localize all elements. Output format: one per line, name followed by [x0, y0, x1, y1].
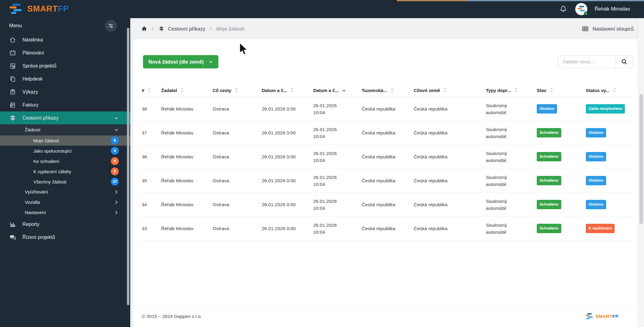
sidebar-item-vozidla[interactable]: Vozidla — [0, 197, 130, 207]
column-header-typy-dopr[interactable]: Typy dopr... — [482, 84, 533, 97]
cell-transport: Soukromý automobil — [482, 145, 533, 169]
count-badge: 37 — [111, 178, 119, 186]
table-row[interactable]: 37Řehák MiroslavOstrava26.01.2026 0:0026… — [138, 121, 633, 145]
sidebar-item-faktury[interactable]: Faktury — [0, 98, 130, 111]
search-input[interactable] — [558, 55, 616, 68]
column-header-label: Cíl cesty — [213, 88, 231, 93]
column-header-stav[interactable]: Stav — [533, 84, 582, 97]
user-name[interactable]: Řehák Miroslav — [595, 6, 630, 12]
column-header-label: Cílové země — [414, 88, 440, 93]
sidebar-item-nastenka[interactable]: Nástěnka — [0, 33, 130, 46]
sidebar-item-reporty[interactable]: Reporty — [0, 218, 130, 231]
column-header-datum-a-c[interactable]: Datum a č... — [258, 84, 310, 97]
app-logo[interactable]: SMARTFP — [9, 3, 69, 15]
column-settings-button[interactable]: Nastavení sloupců — [582, 18, 634, 39]
breadcrumb-section[interactable]: Cestovní příkazy — [158, 26, 205, 32]
page-scrollbar[interactable] — [638, 18, 644, 327]
loading-bar-segment — [466, 0, 644, 1]
collapse-arrows-icon — [108, 23, 114, 29]
requests-table: #ŽadatelCíl cestyDatum a č...Datum a č..… — [138, 84, 633, 241]
column-header-datum-a-c[interactable]: Datum a č... — [310, 84, 358, 97]
sidebar-item-vsechny-zadosti[interactable]: Všechny žádosti37 — [0, 177, 130, 187]
column-header-label: Datum a č... — [262, 88, 287, 93]
table-row[interactable]: 36Řehák MiroslavOstrava26.01.2026 0:0026… — [138, 145, 633, 169]
sidebar-item-label: Výkazy — [22, 89, 38, 95]
status-badge: K zaúčtování — [586, 224, 615, 233]
notifications-bell-icon[interactable] — [559, 5, 568, 14]
sidebar-item-label: Cestovní příkazy — [22, 115, 58, 121]
table-row[interactable]: 33Řehák MiroslavOstrava26.01.2026 0:0026… — [138, 216, 633, 240]
breadcrumb-separator: / — [152, 26, 154, 32]
column-header-label: Žadatel — [161, 88, 177, 93]
breadcrumb-home[interactable] — [141, 26, 147, 32]
cell-status: Uloženo — [582, 145, 633, 169]
sidebar-item-moje-zadosti[interactable]: Moje žádosti6 — [0, 135, 130, 146]
chevron-down-icon — [114, 116, 119, 121]
new-request-button[interactable]: Nová žádost (dle země) — [143, 55, 218, 68]
table-row[interactable]: 34Řehák MiroslavOstrava26.01.2026 0:0026… — [138, 193, 633, 216]
sidebar-item-label: Ke schválení — [33, 159, 59, 164]
sidebar-collapse-button[interactable] — [105, 20, 117, 32]
column-header-zadatel[interactable]: Žadatel — [158, 84, 209, 97]
count-badge: 0 — [111, 157, 119, 165]
column-header-label: Tuzemská... — [362, 88, 387, 93]
sidebar-item-nastaveni[interactable]: Nastavení — [0, 207, 130, 218]
user-avatar[interactable] — [575, 3, 587, 15]
cell-id: 36 — [138, 145, 158, 169]
column-header-status-vy[interactable]: Status vy... — [582, 84, 633, 97]
cell-domestic: Česká republika — [358, 121, 410, 145]
sidebar-item-label: K vyplacení zálohy — [33, 169, 71, 174]
cell-applicant: Řehák Miroslav — [158, 121, 209, 145]
table-row[interactable]: 38Řehák MiroslavOstrava26.01.2026 0:0026… — [138, 97, 633, 121]
menu-title: Menu — [9, 23, 22, 29]
sort-icon — [235, 87, 238, 94]
column-header-[interactable]: # — [138, 84, 158, 97]
sidebar-item-zadosti[interactable]: Žádosti — [0, 124, 130, 135]
sidebar-item-cestovni-prikazy[interactable]: Cestovní příkazy — [0, 111, 130, 124]
table-row[interactable]: 35Řehák MiroslavOstrava26.01.2026 0:0026… — [138, 169, 633, 193]
cell-datetime_to: 26.01.2026 10:04 — [310, 121, 358, 145]
top-header: SMARTFP Řehák Miroslav — [0, 0, 644, 18]
status-badge: Zatím nevytvořeno — [586, 104, 625, 114]
cell-destination: Ostrava — [209, 121, 258, 145]
sidebar-item-planovani[interactable]: Plánování — [0, 46, 130, 59]
cell-status: Uloženo — [582, 121, 633, 145]
sidebar-item-sprava-projektu[interactable]: Správa projektů — [0, 59, 130, 72]
cell-target_country: Česká republika — [410, 97, 482, 121]
status-badge: Schváleno — [537, 224, 561, 233]
sidebar-item-jako-spolucestujici[interactable]: Jako spolucestující0 — [0, 146, 130, 156]
cell-state: Schváleno — [533, 169, 582, 193]
column-header-cilove-zeme[interactable]: Cílové země — [410, 84, 482, 97]
cell-datetime_to: 26.01.2026 10:04 — [310, 193, 358, 216]
sidebar-item-helpdesk[interactable]: Helpdesk — [0, 72, 130, 85]
cell-destination: Ostrava — [209, 169, 258, 193]
column-header-tuzemska[interactable]: Tuzemská... — [358, 84, 410, 97]
cell-destination: Ostrava — [209, 145, 258, 169]
sort-icon — [515, 87, 517, 94]
invoice-icon — [9, 101, 16, 109]
logo-bars-icon — [585, 313, 593, 320]
status-badge: Uloženo — [537, 104, 557, 114]
sort-icon — [391, 87, 393, 94]
breadcrumb-section-label: Cestovní příkazy — [168, 26, 205, 32]
cell-status: Uloženo — [582, 169, 633, 193]
projects-icon — [9, 62, 16, 70]
sort-icon — [444, 87, 446, 94]
sidebar-item-rizeni-projektu[interactable]: Řízení projektů — [0, 231, 130, 244]
cell-datetime_from: 26.01.2026 0:00 — [258, 121, 310, 145]
app-logo-text: SMARTFP — [27, 4, 69, 14]
sidebar-item-vyuctovani[interactable]: Vyúčtování — [0, 187, 130, 197]
column-header-cil-cesty[interactable]: Cíl cesty — [209, 84, 258, 97]
cell-state: Uloženo — [533, 97, 582, 121]
sidebar-item-k-vyplaceni-zalohy[interactable]: K vyplacení zálohy2 — [0, 166, 130, 177]
page-scrollbar-thumb[interactable] — [639, 94, 643, 224]
sidebar-item-label: Moje žádosti — [33, 138, 59, 143]
sidebar-item-ke-schvaleni[interactable]: Ke schválení0 — [0, 156, 130, 166]
cell-applicant: Řehák Miroslav — [158, 193, 209, 216]
search-button[interactable] — [616, 55, 633, 68]
sidebar-scrollbar-thumb[interactable] — [127, 28, 129, 305]
sidebar-item-vykazy[interactable]: Výkazy — [0, 85, 130, 98]
cell-id: 33 — [138, 216, 158, 240]
cell-datetime_to: 26.01.2026 10:04 — [310, 169, 358, 193]
cell-target_country: Česká republika — [410, 169, 482, 193]
